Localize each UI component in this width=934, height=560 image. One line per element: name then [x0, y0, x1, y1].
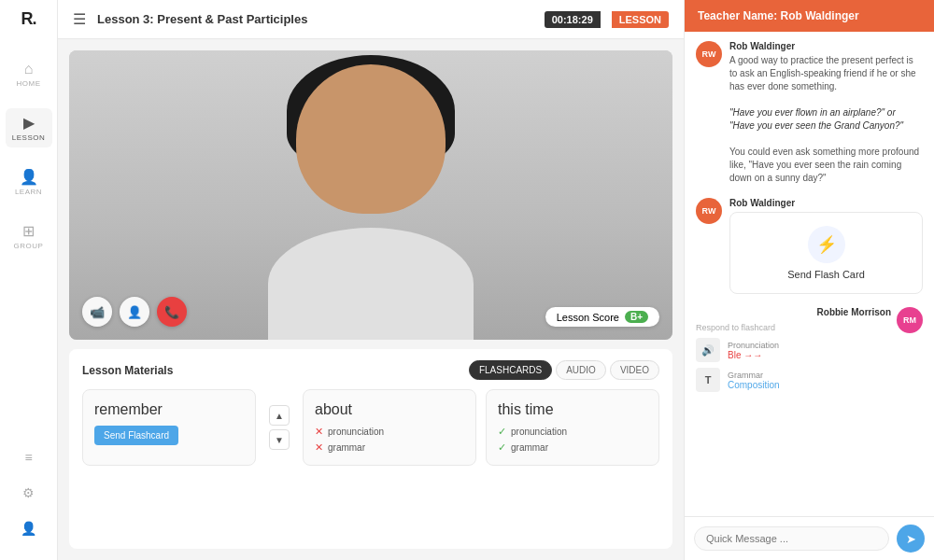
tab-flashcards[interactable]: FLASHCARDS — [469, 360, 552, 380]
hamburger-icon[interactable]: ☰ — [73, 10, 86, 28]
x-icon: ✕ — [315, 441, 323, 454]
flashcard-nav: ▲ ▼ — [265, 389, 293, 466]
msg-sender: Rob Waldinger — [729, 41, 923, 51]
sidebar-item-menu[interactable]: ≡ — [6, 444, 52, 472]
grammar-label: grammar — [511, 442, 548, 453]
chat-message-rob2: RW Rob Waldinger ⚡ Send Flash Card — [696, 198, 923, 294]
flash-label: Send Flash Card — [787, 269, 865, 280]
audio-icon: 🔊 — [696, 338, 720, 362]
sidebar-label-learn: LEARN — [15, 188, 42, 196]
right-panel: Teacher Name: Rob Waldinger RW Rob Waldi… — [684, 0, 934, 560]
avatar-rob2: RW — [696, 198, 722, 224]
nav-down-arrow[interactable]: ▼ — [269, 429, 290, 450]
lesson-badge: LESSON — [612, 11, 669, 28]
sidebar-item-group[interactable]: ⊞ GROUP — [6, 217, 52, 256]
group-icon: ⊞ — [22, 222, 35, 240]
person-face — [296, 64, 446, 214]
teacher-name: Teacher Name: Rob Waldinger — [698, 9, 859, 22]
score-badge: B+ — [625, 311, 648, 323]
learn-icon: 👤 — [20, 168, 38, 186]
flash-icon: ⚡ — [808, 226, 845, 263]
menu-icon: ≡ — [24, 450, 32, 465]
respond-info: Pronunciation Ble →→ — [728, 341, 891, 360]
tab-group: FLASHCARDS AUDIO VIDEO — [469, 360, 659, 380]
flashcard-message: ⚡ Send Flash Card — [729, 212, 923, 294]
avatar-student: RM — [897, 307, 923, 333]
chat-area: RW Rob Waldinger A good way to practice … — [685, 32, 934, 516]
flashcard-checks-about: ✕ pronunciation ✕ grammar — [315, 426, 464, 454]
lesson-score-label: Lesson Score — [557, 312, 619, 323]
app-logo: R. — [21, 9, 36, 29]
send-message-button[interactable]: ➤ — [897, 525, 925, 553]
sidebar-item-settings[interactable]: ⚙ — [6, 480, 52, 508]
student-name: Robbie Morrison — [696, 307, 891, 317]
page-title: Lesson 3: Present & Past Participles — [97, 12, 533, 26]
check-item: ✓ pronunciation — [498, 426, 647, 438]
check-icon: ✓ — [498, 426, 506, 438]
grammar-label: grammar — [328, 442, 365, 453]
flashcard-thistime: this time ✓ pronunciation ✓ grammar — [486, 389, 659, 466]
person-button[interactable]: 👤 — [120, 297, 149, 327]
pronunciation-label: pronunciation — [511, 427, 567, 437]
camera-button[interactable]: 📹 — [82, 297, 112, 327]
sidebar-label-group: GROUP — [14, 242, 44, 250]
end-call-button[interactable]: 📞 — [157, 297, 187, 327]
msg-sender2: Rob Waldinger — [729, 198, 923, 208]
sidebar-item-lesson[interactable]: ▶ LESSON — [6, 108, 52, 147]
materials-header: Lesson Materials FLASHCARDS AUDIO VIDEO — [82, 360, 659, 380]
msg-content: Rob Waldinger A good way to practice the… — [729, 41, 923, 185]
flashcard-checks-thistime: ✓ pronunciation ✓ grammar — [498, 426, 647, 454]
pronunciation-type: Pronunciation — [728, 341, 891, 350]
nav-up-arrow[interactable]: ▲ — [269, 405, 290, 426]
sidebar: R. ⌂ HOME ▶ LESSON 👤 LEARN ⊞ GROUP ≡ ⚙ 👤 — [0, 0, 58, 560]
sidebar-label-home: HOME — [17, 79, 41, 88]
send-flashcard-button[interactable]: Send Flashcard — [94, 426, 178, 445]
center-area: 📹 👤 📞 Lesson Score B+ Lesson Materials F… — [58, 39, 684, 560]
x-icon: ✕ — [315, 426, 323, 438]
pronunciation-value: Ble →→ — [728, 350, 891, 360]
sidebar-item-profile[interactable]: 👤 — [6, 515, 52, 543]
chat-message-student: Robbie Morrison Respond to flashcard 🔊 P… — [696, 307, 923, 398]
tab-video[interactable]: VIDEO — [610, 360, 659, 380]
sidebar-item-learn[interactable]: 👤 LEARN — [6, 162, 52, 202]
header: ☰ Lesson 3: Present & Past Participles 0… — [58, 0, 684, 39]
respond-label: Respond to flashcard — [696, 323, 891, 332]
check-icon: ✓ — [498, 441, 506, 454]
check-item: ✕ grammar — [315, 441, 464, 454]
flashcards-row: remember Send Flashcard ▲ ▼ about ✕ pron… — [82, 389, 659, 466]
lesson-icon: ▶ — [23, 114, 35, 132]
chat-message-rob1: RW Rob Waldinger A good way to practice … — [696, 41, 923, 185]
person-body — [268, 228, 474, 340]
respond-section: Respond to flashcard 🔊 Pronunciation Ble… — [696, 323, 891, 392]
msg-text: A good way to practice the present perfe… — [729, 54, 923, 185]
video-container: 📹 👤 📞 Lesson Score B+ — [69, 50, 672, 340]
check-item: ✓ grammar — [498, 441, 647, 454]
flashcard-word-thistime: this time — [498, 401, 647, 418]
main-content: ☰ Lesson 3: Present & Past Participles 0… — [58, 0, 684, 560]
student-msg-content: Robbie Morrison Respond to flashcard 🔊 P… — [696, 307, 891, 398]
respond-item-pronunciation: 🔊 Pronunciation Ble →→ — [696, 338, 891, 362]
home-icon: ⌂ — [24, 61, 34, 77]
gear-icon: ⚙ — [22, 485, 35, 500]
flashcard-remember: remember Send Flashcard — [82, 389, 256, 466]
timer-badge: 00:18:29 — [545, 11, 601, 28]
message-input[interactable] — [694, 526, 889, 551]
sidebar-label-lesson: LESSON — [12, 133, 45, 142]
flashcard-word-about: about — [315, 401, 464, 418]
materials-section: Lesson Materials FLASHCARDS AUDIO VIDEO … — [69, 349, 672, 549]
materials-title: Lesson Materials — [82, 364, 173, 377]
tab-audio[interactable]: AUDIO — [556, 360, 606, 380]
grammar-icon: T — [696, 368, 720, 392]
msg-content-flashcard: Rob Waldinger ⚡ Send Flash Card — [729, 198, 923, 294]
sidebar-item-home[interactable]: ⌂ HOME — [6, 55, 52, 93]
pronunciation-label: pronunciation — [328, 427, 384, 437]
profile-icon: 👤 — [21, 521, 36, 536]
respond-item-grammar: T Grammar Composition — [696, 368, 891, 392]
lesson-score: Lesson Score B+ — [545, 307, 659, 327]
right-panel-header: Teacher Name: Rob Waldinger — [685, 0, 934, 32]
message-input-area: ➤ — [685, 516, 934, 560]
avatar-rob: RW — [696, 41, 722, 67]
check-item: ✕ pronunciation — [315, 426, 464, 438]
video-controls: 📹 👤 📞 — [82, 297, 187, 327]
grammar-type: Grammar — [728, 371, 891, 380]
